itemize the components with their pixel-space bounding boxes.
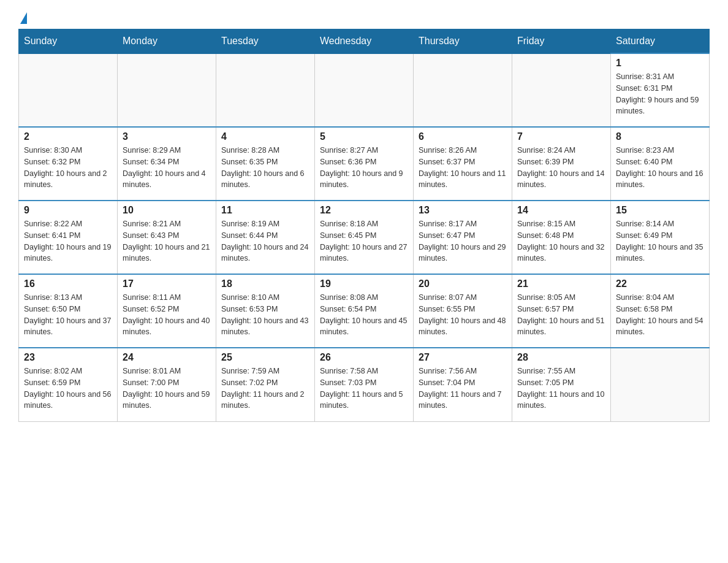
calendar-week-row: 9Sunrise: 8:22 AMSunset: 6:41 PMDaylight… <box>19 201 710 274</box>
day-number: 20 <box>419 278 507 289</box>
day-number: 6 <box>419 131 507 142</box>
day-info: Sunrise: 8:22 AMSunset: 6:41 PMDaylight:… <box>24 218 112 264</box>
day-number: 11 <box>221 205 309 216</box>
day-number: 26 <box>320 352 408 363</box>
day-info: Sunrise: 8:26 AMSunset: 6:37 PMDaylight:… <box>419 145 507 191</box>
calendar-day-cell: 10Sunrise: 8:21 AMSunset: 6:43 PMDayligh… <box>118 201 216 274</box>
day-number: 3 <box>123 131 211 142</box>
day-info: Sunrise: 8:28 AMSunset: 6:35 PMDaylight:… <box>221 145 309 191</box>
calendar-day-cell: 1Sunrise: 8:31 AMSunset: 6:31 PMDaylight… <box>611 53 710 127</box>
day-info: Sunrise: 8:13 AMSunset: 6:50 PMDaylight:… <box>24 292 112 338</box>
calendar-day-cell: 6Sunrise: 8:26 AMSunset: 6:37 PMDaylight… <box>414 127 512 201</box>
calendar-day-cell: 8Sunrise: 8:23 AMSunset: 6:40 PMDaylight… <box>611 127 710 201</box>
day-info: Sunrise: 8:08 AMSunset: 6:54 PMDaylight:… <box>320 292 408 338</box>
calendar-day-header: Thursday <box>414 29 512 54</box>
calendar-week-row: 2Sunrise: 8:30 AMSunset: 6:32 PMDaylight… <box>19 127 710 201</box>
day-number: 27 <box>419 352 507 363</box>
logo <box>18 12 27 23</box>
calendar-day-header: Friday <box>512 29 611 54</box>
calendar-day-cell: 13Sunrise: 8:17 AMSunset: 6:47 PMDayligh… <box>414 201 512 274</box>
day-info: Sunrise: 8:02 AMSunset: 6:59 PMDaylight:… <box>24 366 112 412</box>
page-header <box>18 12 710 23</box>
calendar-day-cell: 18Sunrise: 8:10 AMSunset: 6:53 PMDayligh… <box>216 274 315 348</box>
day-number: 23 <box>24 352 112 363</box>
calendar-day-cell: 7Sunrise: 8:24 AMSunset: 6:39 PMDaylight… <box>512 127 611 201</box>
day-info: Sunrise: 8:01 AMSunset: 7:00 PMDaylight:… <box>123 366 211 412</box>
calendar-day-header: Wednesday <box>315 29 414 54</box>
day-info: Sunrise: 8:07 AMSunset: 6:55 PMDaylight:… <box>419 292 507 338</box>
day-number: 24 <box>123 352 211 363</box>
calendar-day-cell: 12Sunrise: 8:18 AMSunset: 6:45 PMDayligh… <box>315 201 414 274</box>
calendar-day-header: Monday <box>118 29 216 54</box>
day-number: 17 <box>123 278 211 289</box>
day-info: Sunrise: 8:31 AMSunset: 6:31 PMDaylight:… <box>616 71 704 117</box>
day-info: Sunrise: 8:23 AMSunset: 6:40 PMDaylight:… <box>616 145 704 191</box>
day-number: 4 <box>221 131 309 142</box>
day-number: 18 <box>221 278 309 289</box>
calendar-day-cell: 19Sunrise: 8:08 AMSunset: 6:54 PMDayligh… <box>315 274 414 348</box>
day-info: Sunrise: 8:05 AMSunset: 6:57 PMDaylight:… <box>517 292 605 338</box>
calendar-day-cell: 27Sunrise: 7:56 AMSunset: 7:04 PMDayligh… <box>414 348 512 421</box>
calendar-day-header: Tuesday <box>216 29 315 54</box>
calendar-day-cell: 16Sunrise: 8:13 AMSunset: 6:50 PMDayligh… <box>19 274 118 348</box>
calendar-header-row: SundayMondayTuesdayWednesdayThursdayFrid… <box>19 29 710 54</box>
day-number: 13 <box>419 205 507 216</box>
calendar-day-cell: 5Sunrise: 8:27 AMSunset: 6:36 PMDaylight… <box>315 127 414 201</box>
day-number: 21 <box>517 278 605 289</box>
calendar-day-cell: 3Sunrise: 8:29 AMSunset: 6:34 PMDaylight… <box>118 127 216 201</box>
day-info: Sunrise: 7:58 AMSunset: 7:03 PMDaylight:… <box>320 366 408 412</box>
calendar-day-cell <box>216 53 315 127</box>
calendar-day-cell: 2Sunrise: 8:30 AMSunset: 6:32 PMDaylight… <box>19 127 118 201</box>
day-number: 16 <box>24 278 112 289</box>
day-number: 9 <box>24 205 112 216</box>
day-info: Sunrise: 7:59 AMSunset: 7:02 PMDaylight:… <box>221 366 309 412</box>
calendar-week-row: 23Sunrise: 8:02 AMSunset: 6:59 PMDayligh… <box>19 348 710 421</box>
calendar-day-cell: 17Sunrise: 8:11 AMSunset: 6:52 PMDayligh… <box>118 274 216 348</box>
day-number: 7 <box>517 131 605 142</box>
day-number: 8 <box>616 131 704 142</box>
day-number: 10 <box>123 205 211 216</box>
day-number: 22 <box>616 278 704 289</box>
calendar-day-cell: 26Sunrise: 7:58 AMSunset: 7:03 PMDayligh… <box>315 348 414 421</box>
day-number: 19 <box>320 278 408 289</box>
day-number: 2 <box>24 131 112 142</box>
day-number: 25 <box>221 352 309 363</box>
day-info: Sunrise: 8:24 AMSunset: 6:39 PMDaylight:… <box>517 145 605 191</box>
calendar-day-cell: 28Sunrise: 7:55 AMSunset: 7:05 PMDayligh… <box>512 348 611 421</box>
calendar-day-cell: 22Sunrise: 8:04 AMSunset: 6:58 PMDayligh… <box>611 274 710 348</box>
day-number: 12 <box>320 205 408 216</box>
day-info: Sunrise: 8:21 AMSunset: 6:43 PMDaylight:… <box>123 218 211 264</box>
day-number: 14 <box>517 205 605 216</box>
calendar-day-cell <box>118 53 216 127</box>
calendar-day-header: Saturday <box>611 29 710 54</box>
day-info: Sunrise: 8:10 AMSunset: 6:53 PMDaylight:… <box>221 292 309 338</box>
calendar-day-cell: 20Sunrise: 8:07 AMSunset: 6:55 PMDayligh… <box>414 274 512 348</box>
day-info: Sunrise: 7:56 AMSunset: 7:04 PMDaylight:… <box>419 366 507 412</box>
calendar-week-row: 16Sunrise: 8:13 AMSunset: 6:50 PMDayligh… <box>19 274 710 348</box>
day-info: Sunrise: 8:18 AMSunset: 6:45 PMDaylight:… <box>320 218 408 264</box>
day-info: Sunrise: 8:29 AMSunset: 6:34 PMDaylight:… <box>123 145 211 191</box>
day-info: Sunrise: 8:11 AMSunset: 6:52 PMDaylight:… <box>123 292 211 338</box>
calendar-day-cell: 15Sunrise: 8:14 AMSunset: 6:49 PMDayligh… <box>611 201 710 274</box>
calendar-table: SundayMondayTuesdayWednesdayThursdayFrid… <box>18 29 710 422</box>
day-number: 5 <box>320 131 408 142</box>
calendar-day-cell: 25Sunrise: 7:59 AMSunset: 7:02 PMDayligh… <box>216 348 315 421</box>
calendar-day-cell: 11Sunrise: 8:19 AMSunset: 6:44 PMDayligh… <box>216 201 315 274</box>
calendar-week-row: 1Sunrise: 8:31 AMSunset: 6:31 PMDaylight… <box>19 53 710 127</box>
calendar-day-cell: 21Sunrise: 8:05 AMSunset: 6:57 PMDayligh… <box>512 274 611 348</box>
day-info: Sunrise: 8:04 AMSunset: 6:58 PMDaylight:… <box>616 292 704 338</box>
day-number: 15 <box>616 205 704 216</box>
calendar-day-cell: 23Sunrise: 8:02 AMSunset: 6:59 PMDayligh… <box>19 348 118 421</box>
calendar-day-cell <box>414 53 512 127</box>
calendar-day-cell <box>512 53 611 127</box>
day-info: Sunrise: 7:55 AMSunset: 7:05 PMDaylight:… <box>517 366 605 412</box>
calendar-day-cell: 14Sunrise: 8:15 AMSunset: 6:48 PMDayligh… <box>512 201 611 274</box>
calendar-day-cell: 4Sunrise: 8:28 AMSunset: 6:35 PMDaylight… <box>216 127 315 201</box>
calendar-day-cell <box>315 53 414 127</box>
day-info: Sunrise: 8:30 AMSunset: 6:32 PMDaylight:… <box>24 145 112 191</box>
calendar-day-header: Sunday <box>19 29 118 54</box>
day-number: 28 <box>517 352 605 363</box>
calendar-day-cell <box>19 53 118 127</box>
day-info: Sunrise: 8:27 AMSunset: 6:36 PMDaylight:… <box>320 145 408 191</box>
calendar-day-cell: 9Sunrise: 8:22 AMSunset: 6:41 PMDaylight… <box>19 201 118 274</box>
